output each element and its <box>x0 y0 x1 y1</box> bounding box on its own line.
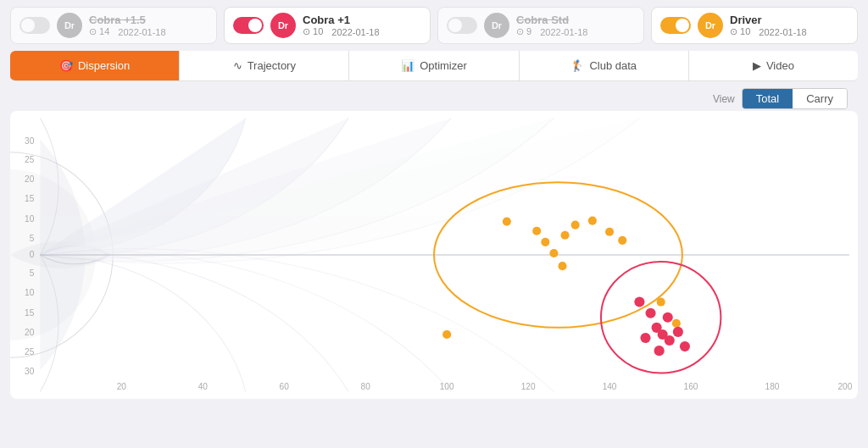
y-label-5-bot: 5 <box>30 268 35 278</box>
dispersion-icon: 🎯 <box>59 59 73 72</box>
orange-dot-11 <box>442 330 451 339</box>
pink-dot-7 <box>680 341 690 351</box>
session-meta-1: ⊙ 14 2022-01-18 <box>89 26 208 37</box>
pink-dot-2 <box>645 308 655 318</box>
orange-dot-4 <box>560 231 569 240</box>
orange-dot-9 <box>549 249 558 257</box>
session-card-3[interactable]: Dr Cobra Std ⊙ 9 2022-01-18 <box>437 7 644 44</box>
y-label-5-top: 5 <box>30 234 35 243</box>
pink-dot-8 <box>640 333 650 343</box>
chart-area: 30 25 20 15 10 5 0 5 10 15 20 25 30 20 4… <box>10 111 858 399</box>
session-card-4[interactable]: Dr Driver ⊙ 10 2022-01-18 <box>651 7 858 44</box>
date-1: 2022-01-18 <box>118 27 165 37</box>
y-label-0: 0 <box>30 250 35 259</box>
y-label-30-top: 30 <box>25 136 35 146</box>
orange-dot-8 <box>618 236 626 245</box>
tab-dispersion-label: Dispersion <box>78 59 130 72</box>
date-3: 2022-01-18 <box>540 27 587 37</box>
x-label-120: 120 <box>521 382 536 391</box>
orange-dot-3 <box>541 238 549 246</box>
x-label-80: 80 <box>361 382 371 391</box>
session-card-1[interactable]: Dr Cobra +1.5 ⊙ 14 2022-01-18 <box>10 7 217 44</box>
session-info-2: Cobra +1 ⊙ 10 2022-01-18 <box>303 14 421 37</box>
x-label-180: 180 <box>765 382 780 391</box>
session-name-1: Cobra +1.5 <box>89 14 208 26</box>
optimizer-icon: 📊 <box>401 59 415 72</box>
shots-2: ⊙ 10 <box>303 26 323 37</box>
pink-ellipse <box>601 262 721 373</box>
x-label-40: 40 <box>198 382 209 391</box>
tab-trajectory-label: Trajectory <box>248 59 296 72</box>
x-label-60: 60 <box>280 382 290 391</box>
y-label-10-top: 10 <box>25 214 35 224</box>
pink-dot-5 <box>665 335 675 346</box>
orange-dot-6 <box>588 217 597 225</box>
x-label-200: 200 <box>837 382 852 391</box>
toggle-2[interactable] <box>233 17 264 34</box>
session-card-2[interactable]: Dr Cobra +1 ⊙ 10 2022-01-18 <box>224 7 431 44</box>
pink-dot-1 <box>634 296 644 307</box>
pink-dot-9 <box>654 346 665 356</box>
orange-dot-12 <box>657 298 665 307</box>
y-label-10-bot: 10 <box>25 288 35 297</box>
orange-dot-13 <box>672 319 681 328</box>
tab-trajectory[interactable]: ∿ Trajectory <box>180 51 349 80</box>
date-4: 2022-01-18 <box>759 27 806 37</box>
view-label: View <box>713 93 735 105</box>
session-info-1: Cobra +1.5 ⊙ 14 2022-01-18 <box>89 14 208 37</box>
club-data-icon: 🏌 <box>570 59 584 72</box>
session-name-3: Cobra Std <box>516 14 635 26</box>
session-meta-2: ⊙ 10 2022-01-18 <box>303 26 421 37</box>
pink-dot-6 <box>673 327 683 337</box>
x-label-20: 20 <box>117 382 127 391</box>
session-meta-3: ⊙ 9 2022-01-18 <box>516 26 635 37</box>
toggle-3[interactable] <box>447 17 477 34</box>
y-label-20-top: 20 <box>25 174 35 184</box>
tab-club-data-label: Club data <box>589 59 637 72</box>
video-icon: ▶ <box>753 59 761 72</box>
session-name-4: Driver <box>730 14 849 26</box>
pink-dot-10 <box>663 312 673 323</box>
y-label-15-top: 15 <box>25 194 35 203</box>
date-2: 2022-01-18 <box>331 27 379 37</box>
view-btn-group: Total Carry <box>742 88 848 109</box>
x-label-100: 100 <box>440 382 454 391</box>
toggle-4[interactable] <box>660 17 691 34</box>
tab-optimizer[interactable]: 📊 Optimizer <box>349 51 519 80</box>
tab-video[interactable]: ▶ Video <box>689 51 858 80</box>
y-label-25-top: 25 <box>25 155 35 164</box>
shots-1: ⊙ 14 <box>89 26 109 37</box>
session-name-2: Cobra +1 <box>303 14 421 26</box>
session-info-3: Cobra Std ⊙ 9 2022-01-18 <box>516 14 635 37</box>
view-controls: View Total Carry <box>0 81 868 111</box>
session-meta-4: ⊙ 10 2022-01-18 <box>730 26 849 37</box>
avatar-4: Dr <box>698 13 723 38</box>
tab-club-data[interactable]: 🏌 Club data <box>520 51 689 80</box>
avatar-2: Dr <box>270 13 296 38</box>
avatar-3: Dr <box>484 13 509 38</box>
view-carry-button[interactable]: Carry <box>793 89 847 108</box>
shots-4: ⊙ 10 <box>730 26 750 37</box>
orange-dot-1 <box>503 218 511 226</box>
orange-dot-10 <box>558 262 566 270</box>
x-label-140: 140 <box>603 382 617 391</box>
dispersion-chart: 30 25 20 15 10 5 0 5 10 15 20 25 30 20 4… <box>10 111 858 399</box>
tab-video-label: Video <box>766 59 794 72</box>
toggle-1[interactable] <box>19 17 50 34</box>
session-info-4: Driver ⊙ 10 2022-01-18 <box>730 14 849 37</box>
y-label-15-bot: 15 <box>25 308 35 318</box>
shots-3: ⊙ 9 <box>516 26 531 37</box>
orange-dot-7 <box>605 228 614 236</box>
avatar-1: Dr <box>57 13 82 38</box>
session-cards-bar: Dr Cobra +1.5 ⊙ 14 2022-01-18 Dr Cobra +… <box>0 0 868 51</box>
y-label-30-bot: 30 <box>25 367 35 376</box>
y-label-25-bot: 25 <box>25 347 35 357</box>
tab-optimizer-label: Optimizer <box>420 59 467 72</box>
y-label-20-bot: 20 <box>25 328 35 337</box>
orange-dot-5 <box>571 221 580 230</box>
view-total-button[interactable]: Total <box>743 89 793 108</box>
tab-bar: 🎯 Dispersion ∿ Trajectory 📊 Optimizer 🏌 … <box>10 51 858 81</box>
trajectory-icon: ∿ <box>233 59 242 72</box>
tab-dispersion[interactable]: 🎯 Dispersion <box>10 51 180 80</box>
orange-dot-2 <box>532 227 541 235</box>
